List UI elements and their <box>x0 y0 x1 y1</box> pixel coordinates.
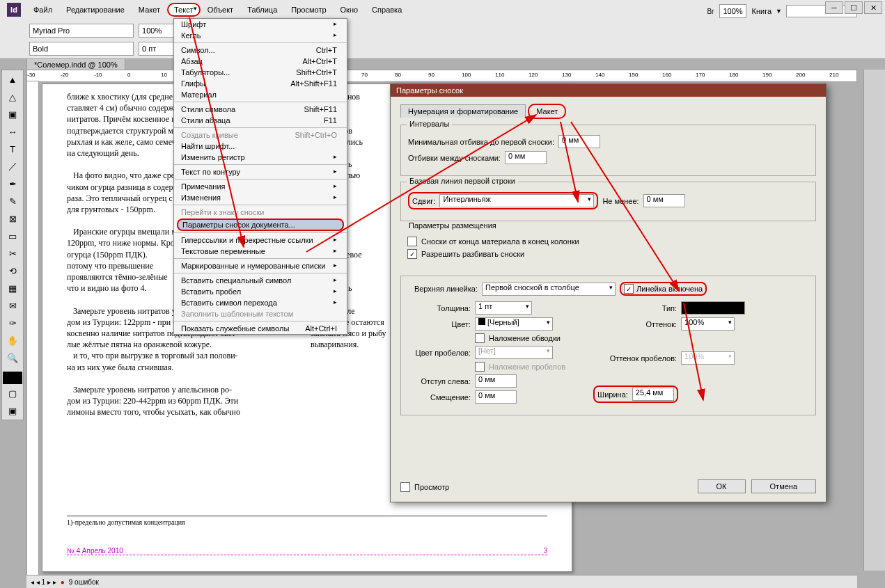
font-family-field[interactable]: Myriad Pro <box>29 24 134 38</box>
menu-item[interactable]: Текст по контуру <box>174 166 347 177</box>
overprint-checkbox[interactable] <box>475 333 485 343</box>
menu-item[interactable]: Изменения <box>174 192 347 203</box>
menu-item[interactable]: Шрифт <box>174 19 347 30</box>
pencil-tool[interactable]: ✎ <box>3 193 22 209</box>
ruler-vertical <box>26 81 39 583</box>
menu-item[interactable]: Стили символаShift+F11 <box>174 104 347 115</box>
close-button[interactable]: ✕ <box>864 1 882 14</box>
direct-select-tool[interactable]: △ <box>3 88 22 105</box>
menu-item[interactable]: Примечания <box>174 181 347 192</box>
view-mode[interactable]: ▣ <box>3 402 22 419</box>
menu-item[interactable]: Гиперссылки и перекрестные ссылки <box>174 235 347 246</box>
fill-swatch[interactable] <box>3 372 22 384</box>
offset-select[interactable]: Интерлиньяж <box>439 194 594 207</box>
menu-текст[interactable]: Текст <box>167 3 201 17</box>
menu-item[interactable]: ГлифыAlt+Shift+F11 <box>174 78 347 89</box>
type-select[interactable] <box>681 301 745 315</box>
between-label: Отбивки между сносками: <box>408 154 501 162</box>
leftin-input[interactable]: 0 мм <box>475 374 517 388</box>
min-before-input[interactable]: 0 мм <box>558 135 600 148</box>
weight-select[interactable]: 1 пт <box>475 301 532 315</box>
rect-frame-tool[interactable]: ⊠ <box>3 210 22 227</box>
gap-tool[interactable]: ↔ <box>3 123 22 140</box>
tint-select[interactable]: 100% <box>681 317 735 331</box>
gapcolor-select[interactable]: [Нет] <box>475 346 553 359</box>
tab-numbering[interactable]: Нумерация и форматирование <box>400 104 526 118</box>
error-count[interactable]: 9 ошибок <box>69 578 99 586</box>
menu-item[interactable]: Показать служебные символыAlt+Ctrl+I <box>174 323 347 334</box>
menu-просмотр[interactable]: Просмотр <box>284 3 333 17</box>
offset2-label: Смещение: <box>408 393 471 402</box>
pen-tool[interactable]: ✒ <box>3 175 22 192</box>
menu-макет[interactable]: Макет <box>132 3 167 17</box>
menu-item[interactable]: Найти шрифт... <box>174 141 347 152</box>
footnote-text: 1)-предельно допустимая концентрация <box>67 516 547 526</box>
split-footnotes-checkbox[interactable]: ✓ <box>407 249 417 259</box>
page-nav[interactable]: ◂ ◂ 1 ▸ ▸ <box>31 578 56 586</box>
menu-справка[interactable]: Справка <box>365 3 409 17</box>
menu-item[interactable]: Параметры сносок документа... <box>177 218 344 231</box>
zoom-field[interactable]: 100% <box>719 4 746 18</box>
menu-объект[interactable]: Объект <box>201 3 240 17</box>
menu-редактирование[interactable]: Редактирование <box>59 3 132 17</box>
menu-окно[interactable]: Окно <box>334 3 366 17</box>
gapover-checkbox <box>475 362 485 372</box>
menu-item[interactable]: Стили абзацаF11 <box>174 115 347 126</box>
minimize-button[interactable]: ─ <box>825 1 843 14</box>
toolbox: ▲ △ ▣ ↔ T ／ ✒ ✎ ⊠ ▭ ✂ ⟲ ▦ ✉ ✑ ✋ 🔍 ▢ ▣ <box>1 70 24 420</box>
between-input[interactable]: 0 мм <box>505 151 547 164</box>
color-select[interactable]: [Черный] <box>475 317 553 331</box>
overprint-label: Наложение обводки <box>489 334 561 342</box>
min-input[interactable]: 0 мм <box>643 194 685 207</box>
scissors-tool[interactable]: ✂ <box>3 245 22 262</box>
hand-tool[interactable]: ✋ <box>3 332 22 349</box>
end-of-story-checkbox[interactable] <box>407 237 417 246</box>
page-tool[interactable]: ▣ <box>3 106 22 122</box>
preflight-icon[interactable]: ● <box>61 578 65 586</box>
ok-button[interactable]: ОК <box>698 479 746 493</box>
min-label: Не менее: <box>602 197 639 205</box>
rule-above-label: Верхняя линейка: <box>408 285 478 293</box>
rule-above-select[interactable]: Первой сноской в столбце <box>482 283 616 296</box>
transform-tool[interactable]: ⟲ <box>3 262 22 279</box>
menu-item[interactable]: Маркированные и нумерованные списки <box>174 260 347 271</box>
line-tool[interactable]: ／ <box>3 158 22 175</box>
tint-label: Оттенок: <box>593 320 677 328</box>
offset2-input[interactable]: 0 мм <box>475 390 517 404</box>
menu-item[interactable]: Изменить регистр <box>174 152 347 163</box>
menu-item[interactable]: Материал <box>174 89 347 100</box>
group-placement-label: Параметры размещения <box>406 221 499 230</box>
split-footnotes-label: Разрешить разбивать сноски <box>421 250 524 258</box>
workspace-select[interactable]: Книга <box>752 7 772 15</box>
group-baseline-label: Базовая линия первой строки <box>407 177 518 185</box>
menu-item[interactable]: Текстовые переменные <box>174 246 347 257</box>
font-style-field[interactable]: Bold <box>29 42 134 56</box>
menu-item[interactable]: Вставить специальный символ <box>174 275 347 286</box>
eyedropper-tool[interactable]: ✑ <box>3 315 22 331</box>
menu-item[interactable]: Вставить пробел <box>174 286 347 297</box>
zoom-tool[interactable]: 🔍 <box>3 349 22 366</box>
menu-item[interactable]: Символ...Ctrl+T <box>174 45 347 56</box>
footnote-options-dialog: Параметры сносок Нумерация и форматирова… <box>390 84 827 502</box>
selection-tool[interactable]: ▲ <box>3 71 22 88</box>
width-label: Ширина: <box>597 390 628 399</box>
cancel-button[interactable]: Отмена <box>751 479 816 493</box>
menu-item[interactable]: Вставить символ перехода <box>174 297 347 308</box>
rect-tool[interactable]: ▭ <box>3 228 22 244</box>
menu-файл[interactable]: Файл <box>26 3 59 17</box>
stroke-swatch[interactable]: ▢ <box>3 385 22 402</box>
menu-таблица[interactable]: Таблица <box>240 3 284 17</box>
menu-item[interactable]: АбзацAlt+Ctrl+T <box>174 56 347 67</box>
preview-checkbox[interactable] <box>400 482 410 492</box>
width-input[interactable]: 25,4 мм <box>632 388 674 401</box>
gradient-tool[interactable]: ▦ <box>3 280 22 296</box>
right-panel-dock[interactable] <box>863 70 885 571</box>
note-tool[interactable]: ✉ <box>3 297 22 314</box>
tab-layout[interactable]: Макет <box>528 104 566 119</box>
type-tool[interactable]: T <box>3 141 22 157</box>
ruler-horizontal: -30-20-100102030405060708090100110120130… <box>26 70 857 82</box>
menu-item[interactable]: Табуляторы...Shift+Ctrl+T <box>174 67 347 78</box>
maximize-button[interactable]: ☐ <box>845 1 863 14</box>
menu-item[interactable]: Кегль <box>174 30 347 41</box>
rule-on-checkbox[interactable]: ✓ <box>624 284 634 294</box>
